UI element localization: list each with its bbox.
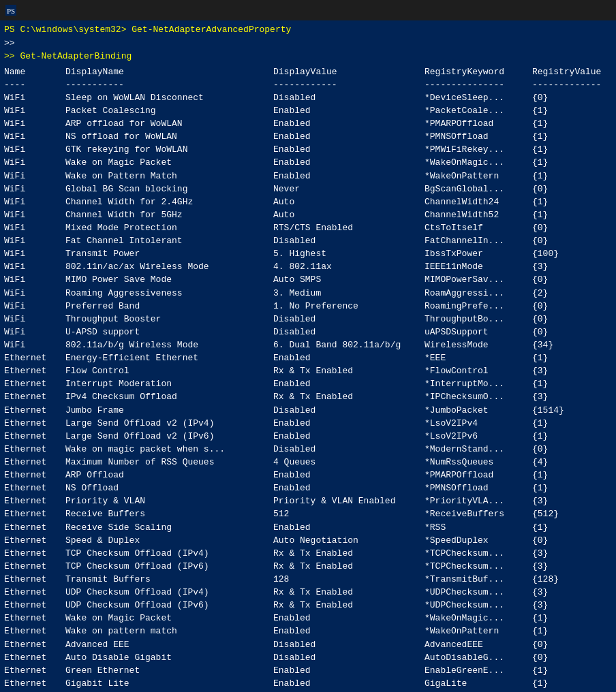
prompt-text-1: PS C:\windows\system32>	[4, 25, 126, 35]
table-row: EthernetWake on Magic PacketEnabled*Wake…	[4, 612, 612, 625]
table-row: WiFiARP offload for WoWLANEnabled*PMARPO…	[4, 117, 612, 130]
title-bar-left: PS	[5, 5, 20, 16]
table-row: EthernetTCP Checksum Offload (IPv6)Rx & …	[4, 560, 612, 573]
table-row: EthernetJumbo FrameDisabled*JumboPacket{…	[4, 404, 612, 417]
table-row: EthernetGreen EthernetEnabledEnableGreen…	[4, 664, 612, 677]
table-row: EthernetAdvanced EEEDisabledAdvancedEEE{…	[4, 638, 612, 651]
table-row: WiFiGTK rekeying for WoWLANEnabled*PMWiF…	[4, 143, 612, 156]
table-row: WiFiRoaming Aggressiveness3. MediumRoamA…	[4, 287, 612, 300]
table-row: EthernetARP OffloadEnabled*PMARPOffload{…	[4, 469, 612, 482]
title-bar: PS	[0, 0, 616, 20]
table-row: WiFiFat Channel IntolerantDisabledFatCha…	[4, 234, 612, 247]
blank-line-1: >>	[4, 37, 612, 50]
table-row: WiFiNS offload for WoWLANEnabled*PMNSOff…	[4, 130, 612, 143]
data-rows-container: WiFiSleep on WoWLAN DisconnectDisabled*D…	[4, 91, 612, 692]
table-row: EthernetInterrupt ModerationEnabled*Inte…	[4, 377, 612, 390]
table-row: EthernetPriority & VLANPriority & VLAN E…	[4, 494, 612, 507]
table-row: EthernetMaximum Number of RSS Queues4 Qu…	[4, 456, 612, 469]
table-row: EthernetTCP Checksum Offload (IPv4)Rx & …	[4, 547, 612, 560]
table-row: EthernetLarge Send Offload v2 (IPv6)Enab…	[4, 430, 612, 443]
table-row: EthernetUDP Checksum Offload (IPv4)Rx & …	[4, 586, 612, 599]
cmd-line-2: >> Get-NetAdapterBinding	[4, 50, 612, 63]
column-headers: NameDisplayNameDisplayValueRegistryKeywo…	[4, 65, 612, 78]
column-dividers: ----------------------------------------…	[4, 78, 612, 91]
prompt-line-1: PS C:\windows\system32> Get-NetAdapterAd…	[4, 23, 612, 37]
table-row: WiFiWake on Magic PacketEnabled*WakeOnMa…	[4, 156, 612, 169]
table-row: EthernetUDP Checksum Offload (IPv6)Rx & …	[4, 599, 612, 612]
table-row: WiFiPacket CoalescingEnabled*PacketCoale…	[4, 104, 612, 117]
table-row: WiFiTransmit Power5. HighestIbssTxPower{…	[4, 247, 612, 260]
table-row: EthernetFlow ControlRx & Tx Enabled*Flow…	[4, 364, 612, 377]
table-row: EthernetNS OffloadEnabled*PMNSOffload{1}	[4, 482, 612, 494]
table-row: EthernetReceive Buffers512*ReceiveBuffer…	[4, 507, 612, 520]
table-row: WiFi802.11a/b/g Wireless Mode6. Dual Ban…	[4, 339, 612, 351]
table-row: WiFiChannel Width for 2.4GHzAutoChannelW…	[4, 195, 612, 208]
table-row: WiFiWake on Pattern MatchEnabled*WakeOnP…	[4, 170, 612, 183]
table-row: EthernetWake on pattern matchEnabled*Wak…	[4, 625, 612, 638]
table-row: WiFiSleep on WoWLAN DisconnectDisabled*D…	[4, 91, 612, 104]
table-row: EthernetReceive Side ScalingEnabled*RSS{…	[4, 521, 612, 534]
table-row: WiFi802.11n/ac/ax Wireless Mode4. 802.11…	[4, 260, 612, 273]
table-row: WiFiChannel Width for 5GHzAutoChannelWid…	[4, 208, 612, 221]
powershell-icon: PS	[5, 5, 16, 16]
command-1: Get-NetAdapterAdvancedProperty	[132, 25, 291, 35]
table-row: EthernetSpeed & DuplexAuto Negotiation*S…	[4, 534, 612, 547]
table-row: WiFiU-APSD supportDisableduAPSDSupport{0…	[4, 326, 612, 339]
table-row: EthernetWake on magic packet when s...Di…	[4, 443, 612, 456]
table-row: EthernetTransmit Buffers128*TransmitBuf.…	[4, 573, 612, 586]
svg-text:PS: PS	[7, 7, 15, 15]
table-row: WiFiMixed Mode ProtectionRTS/CTS Enabled…	[4, 221, 612, 234]
table-row: EthernetIPv4 Checksum OffloadRx & Tx Ena…	[4, 390, 612, 403]
table-row: WiFiMIMO Power Save ModeAuto SMPSMIMOPow…	[4, 273, 612, 286]
table-row: EthernetAuto Disable GigabitDisabledAuto…	[4, 651, 612, 664]
table-row: WiFiPreferred Band1. No PreferenceRoamin…	[4, 300, 612, 313]
table-row: EthernetLarge Send Offload v2 (IPv4)Enab…	[4, 417, 612, 430]
terminal-window: PS C:\windows\system32> Get-NetAdapterAd…	[0, 20, 616, 692]
table-row: WiFiGlobal BG Scan blockingNeverBgScanGl…	[4, 183, 612, 195]
table-row: EthernetGigabit LiteEnabledGigaLite{1}	[4, 677, 612, 690]
table-row: WiFiThroughput BoosterDisabledThroughput…	[4, 313, 612, 326]
table-row: EthernetEnergy-Efficient EthernetEnabled…	[4, 351, 612, 364]
